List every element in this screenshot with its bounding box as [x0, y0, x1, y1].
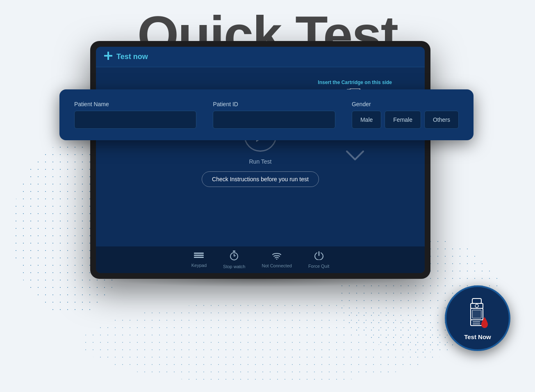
gender-male-button[interactable]: Male — [352, 111, 381, 129]
stopwatch-label: Stop watch — [223, 264, 245, 269]
gender-others-button[interactable]: Others — [424, 111, 459, 129]
svg-rect-14 — [194, 253, 204, 254]
screen-toolbar: Keypad Stop watch — [96, 246, 425, 273]
power-icon — [314, 251, 323, 262]
patient-id-label: Patient ID — [213, 101, 335, 107]
svg-point-21 — [276, 259, 278, 260]
svg-rect-15 — [194, 255, 204, 256]
toolbar-stopwatch[interactable]: Stop watch — [223, 251, 245, 269]
patient-id-field: Patient ID — [213, 101, 335, 129]
patient-id-input[interactable] — [213, 111, 335, 129]
header-title: Test now — [116, 52, 148, 61]
form-card: Patient Name Patient ID Gender Male Fema… — [59, 89, 474, 140]
keypad-icon — [194, 252, 204, 261]
svg-point-24 — [475, 304, 478, 308]
test-now-label: Test Now — [464, 333, 491, 340]
dot-pattern-bottom — [82, 302, 451, 384]
gender-female-button[interactable]: Female — [385, 111, 421, 129]
gender-buttons: Male Female Others — [352, 111, 459, 129]
test-now-icon — [463, 296, 492, 333]
svg-rect-26 — [472, 310, 481, 318]
force-quit-label: Force Quit — [308, 264, 329, 269]
svg-rect-27 — [471, 320, 483, 326]
connection-label: Not Connected — [262, 263, 291, 268]
svg-point-2 — [107, 55, 109, 57]
svg-rect-22 — [472, 299, 481, 303]
device-screen: Test now Run Test Check Instructions bef… — [96, 47, 425, 273]
insert-label: Insert the Cartridge on this side — [318, 80, 392, 85]
toolbar-force-quit[interactable]: Force Quit — [308, 251, 329, 269]
instructions-button[interactable]: Check Instructions before you run test — [202, 171, 319, 187]
wifi-icon — [272, 251, 282, 262]
keypad-label: Keypad — [191, 263, 207, 268]
svg-rect-16 — [194, 257, 204, 258]
test-now-circle-button[interactable]: Test Now — [445, 285, 510, 351]
device-frame: Test now Run Test Check Instructions bef… — [90, 41, 430, 279]
arrow-down-icon — [345, 148, 365, 165]
toolbar-keypad[interactable]: Keypad — [191, 252, 207, 268]
screen-header: Test now — [96, 47, 425, 67]
header-icon — [104, 52, 112, 62]
patient-name-input[interactable] — [74, 111, 196, 129]
stopwatch-icon — [230, 251, 239, 262]
patient-name-field: Patient Name — [74, 101, 196, 129]
svg-rect-20 — [233, 251, 235, 252]
toolbar-connection[interactable]: Not Connected — [262, 251, 291, 268]
gender-field: Gender Male Female Others — [352, 101, 459, 129]
patient-name-label: Patient Name — [74, 101, 196, 107]
gender-label: Gender — [352, 101, 459, 107]
run-test-label: Run Test — [249, 158, 271, 165]
